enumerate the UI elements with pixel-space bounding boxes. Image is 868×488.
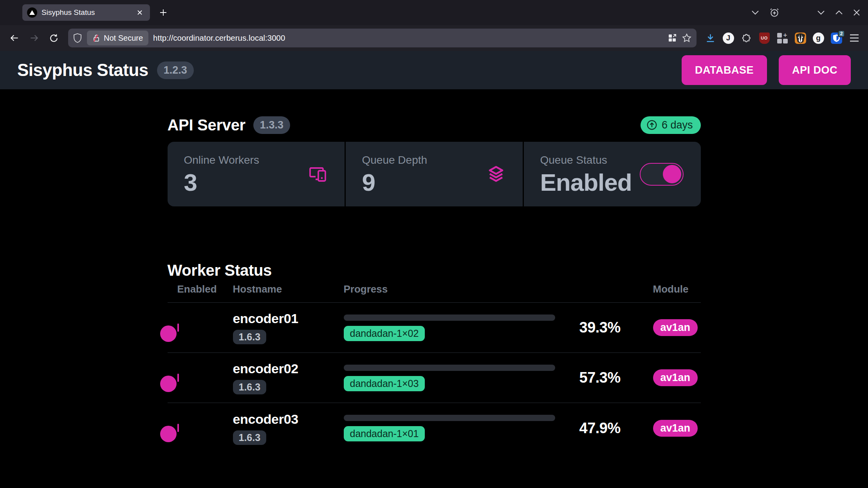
worker-hostname: encoder02 — [233, 361, 298, 376]
worker-version-badge: 1.6.3 — [233, 430, 267, 445]
layers-icon — [487, 165, 505, 184]
circle-arrow-up-icon — [646, 119, 658, 131]
worker-enabled-toggle[interactable] — [177, 324, 179, 332]
api-server-section-header: API Server 1.3.3 6 days — [168, 115, 701, 135]
worker-job-badge: dandadan-1×02 — [344, 326, 425, 341]
bitwarden-icon[interactable]: 2 — [828, 30, 845, 46]
app-version-badge: 1.2.3 — [157, 61, 194, 79]
table-row: encoder03 1.6.3 dandadan-1×01 47.9% av1a… — [168, 403, 701, 453]
worker-progress-percent: 57.3% — [579, 369, 653, 386]
extension-g-icon[interactable]: g — [810, 30, 826, 46]
new-tab-icon[interactable] — [156, 5, 170, 20]
window-minimize-icon[interactable] — [817, 10, 825, 15]
not-secure-chip[interactable]: Not Secure — [87, 31, 148, 45]
column-hostname: Hostname — [233, 283, 344, 295]
database-button[interactable]: DATABASE — [682, 55, 767, 85]
tab-list-chevron-icon[interactable] — [751, 10, 759, 15]
worker-enabled-toggle[interactable] — [177, 424, 179, 432]
worker-hostname: encoder03 — [233, 412, 298, 427]
api-server-stats-panel: Online Workers 3 Queue Depth 9 — [168, 142, 701, 206]
progress-bar — [344, 365, 555, 371]
column-progress: Progress — [344, 283, 579, 295]
worker-progress-percent: 39.3% — [579, 319, 653, 336]
worker-hostname: encoder01 — [233, 311, 298, 326]
progress-bar — [344, 415, 555, 421]
stat-value: 3 — [184, 170, 259, 195]
stat-value: 9 — [362, 170, 428, 195]
privacy-badger-icon[interactable] — [792, 30, 808, 46]
url-bar[interactable]: Not Secure http://coordinator.cerberus.l… — [68, 29, 697, 47]
stat-queue-depth: Queue Depth 9 — [345, 142, 523, 206]
progress-bar — [344, 314, 555, 321]
browser-navbar: Not Secure http://coordinator.cerberus.l… — [0, 25, 868, 51]
worker-version-badge: 1.6.3 — [233, 330, 267, 344]
column-module: Module — [653, 283, 701, 295]
broken-lock-icon — [92, 34, 100, 42]
back-arrow-icon[interactable] — [5, 29, 23, 47]
stat-online-workers: Online Workers 3 — [168, 142, 345, 206]
worker-module-badge: av1an — [653, 319, 698, 336]
reload-icon[interactable] — [45, 29, 63, 47]
extension-j-icon[interactable]: J — [720, 30, 736, 46]
queue-status-toggle[interactable] — [640, 163, 684, 186]
worker-version-badge: 1.6.3 — [233, 380, 267, 394]
worker-job-badge: dandadan-1×01 — [344, 426, 425, 441]
stat-label: Queue Depth — [362, 154, 428, 166]
api-server-title: API Server — [168, 116, 245, 134]
stat-label: Online Workers — [184, 154, 259, 166]
worker-enabled-toggle[interactable] — [177, 374, 179, 382]
hamburger-menu-icon[interactable] — [846, 30, 863, 46]
forward-arrow-icon[interactable] — [25, 29, 43, 47]
devices-icon — [309, 165, 327, 184]
security-label: Not Secure — [104, 34, 143, 43]
column-enabled: Enabled — [168, 283, 233, 295]
worker-status-section-header: Worker Status — [168, 260, 701, 280]
api-doc-button[interactable]: API DOC — [779, 55, 851, 85]
api-server-version-badge: 1.3.3 — [253, 116, 290, 134]
worker-module-badge: av1an — [653, 420, 698, 437]
window-maximize-icon[interactable] — [835, 10, 843, 15]
main-content: API Server 1.3.3 6 days Online Workers 3… — [168, 89, 701, 453]
downloads-icon[interactable] — [702, 30, 718, 46]
bookmark-star-icon[interactable] — [682, 33, 692, 43]
table-row: encoder01 1.6.3 dandadan-1×02 39.3% av1a… — [168, 303, 701, 353]
uptime-badge: 6 days — [641, 116, 701, 134]
grid-arrow-icon[interactable] — [668, 33, 677, 43]
grid-plus-icon[interactable]: + — [774, 30, 790, 46]
bitwarden-count-badge: 2 — [838, 30, 845, 37]
window-close-icon[interactable] — [853, 9, 860, 16]
browser-tab[interactable]: Sisyphus Status — [22, 4, 150, 21]
site-favicon-icon — [27, 7, 37, 18]
stat-label: Queue Status — [540, 154, 632, 166]
puzzle-piece-icon[interactable] — [738, 30, 754, 46]
table-row: encoder02 1.6.3 dandadan-1×03 57.3% av1a… — [168, 353, 701, 403]
tab-title: Sisyphus Status — [42, 8, 130, 17]
stat-value: Enabled — [540, 170, 632, 195]
ublock-origin-icon[interactable]: UO — [756, 30, 772, 46]
alarm-clock-plus-icon[interactable] — [769, 7, 780, 18]
stat-queue-status: Queue Status Enabled — [523, 142, 701, 206]
worker-job-badge: dandadan-1×03 — [344, 376, 425, 391]
tab-close-icon[interactable] — [134, 7, 145, 18]
worker-status-title: Worker Status — [168, 262, 272, 279]
app-header: Sisyphus Status 1.2.3 DATABASE API DOC — [0, 51, 868, 89]
browser-titlebar: Sisyphus Status — [0, 0, 868, 25]
worker-progress-percent: 47.9% — [579, 420, 653, 437]
shield-icon[interactable] — [73, 33, 82, 43]
url-text[interactable]: http://coordinator.cerberus.local:3000 — [153, 33, 285, 43]
worker-table-header: Enabled Hostname Progress Module — [168, 280, 701, 303]
page-title: Sisyphus Status — [17, 60, 148, 80]
worker-module-badge: av1an — [653, 369, 698, 386]
